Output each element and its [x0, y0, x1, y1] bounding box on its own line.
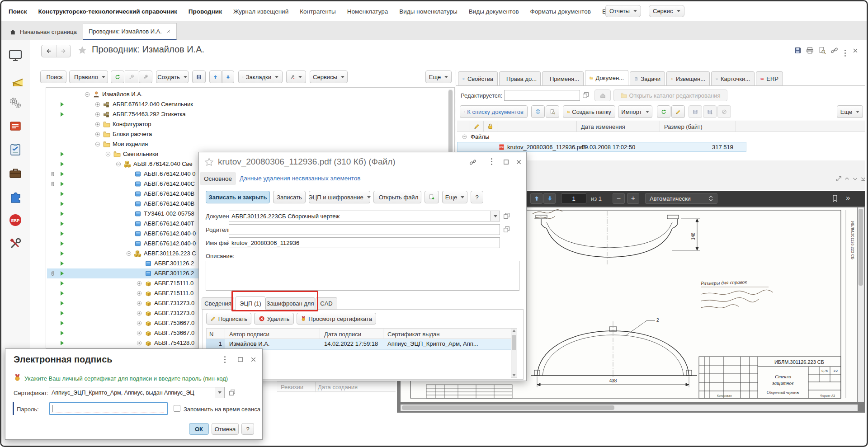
parent-open-button[interactable]	[503, 226, 510, 235]
ok-button[interactable]: ОК	[189, 423, 209, 435]
info-button[interactable]	[531, 105, 545, 118]
plus-expander-icon[interactable]	[136, 330, 142, 336]
menu-item[interactable]: Конструкторско-технологический справочни…	[38, 8, 177, 15]
sign-button[interactable]: Подписать	[206, 313, 251, 325]
link-icon[interactable]	[469, 159, 476, 166]
dialog-more-button[interactable]: Еще	[442, 191, 467, 203]
collapse-all-button[interactable]	[125, 71, 138, 83]
pdf-horizontal-scrollbar-thumb[interactable]	[402, 405, 614, 410]
panel-tab-задачи[interactable]: Задачи	[630, 71, 665, 85]
plus-expander-icon[interactable]	[94, 111, 101, 118]
column-certificate[interactable]: Сертификат выдан	[385, 329, 442, 339]
pdf-horizontal-scrollbar[interactable]	[401, 405, 858, 411]
sidebar-item-settings[interactable]	[7, 94, 24, 111]
plus-expander-icon[interactable]	[94, 131, 101, 137]
pdf-bookmarks-button[interactable]	[831, 194, 839, 205]
favorite-star-icon[interactable]	[204, 157, 214, 167]
minus-expander-icon[interactable]	[126, 250, 132, 257]
editing-copy-button[interactable]	[582, 91, 590, 101]
open-edit-catalog-button[interactable]: Открыть каталог редактирования	[613, 89, 727, 101]
close-icon[interactable]	[166, 29, 171, 33]
document-input[interactable]: АБВГ.301126.223СБ Сборочный чертеж	[229, 211, 491, 221]
sidebar-item-plugins[interactable]	[7, 188, 24, 205]
open-file-button[interactable]: Открыть файл	[373, 191, 421, 203]
close-icon[interactable]	[515, 159, 522, 165]
panel-tab-свойства[interactable]: Свойства	[458, 71, 498, 85]
edit-home-button[interactable]	[594, 89, 611, 101]
sidebar-item-tools[interactable]	[7, 235, 24, 252]
signature-help-button[interactable]: ?	[241, 423, 254, 435]
save-button[interactable]: Записать	[273, 191, 306, 203]
save-file-button[interactable]	[689, 105, 702, 118]
delete-signature-button[interactable]: Удалить	[254, 313, 294, 325]
panel-tab-erp[interactable]: ERP	[756, 71, 783, 85]
certificate-dropdown-button[interactable]	[215, 387, 225, 398]
panel-tab-правадо[interactable]: Права до...	[499, 71, 541, 85]
expand-all-button[interactable]	[139, 71, 152, 83]
plus-expander-icon[interactable]	[136, 310, 142, 316]
preview-file-button[interactable]	[546, 105, 559, 118]
import-button[interactable]: Импорт	[618, 105, 652, 118]
bookmarks-button[interactable]: Закладки	[238, 71, 283, 83]
menu-item[interactable]: Номенклатура	[347, 8, 388, 15]
plus-expander-icon[interactable]	[94, 121, 101, 127]
close-form-icon[interactable]	[852, 47, 859, 54]
create-button[interactable]: Создать	[156, 71, 189, 83]
save-tree-button[interactable]	[192, 71, 206, 83]
tree-more-button[interactable]: Еще	[425, 71, 452, 83]
kebab-icon[interactable]	[224, 356, 226, 358]
maximize-icon[interactable]	[237, 356, 244, 363]
save-icon[interactable]	[794, 47, 802, 54]
tree-row[interactable]: Измайлов И.А.	[46, 89, 454, 99]
tree-row[interactable]: Конфигуратор	[46, 119, 454, 129]
signatures-scrollbar[interactable]	[511, 328, 517, 378]
editing-input[interactable]	[504, 90, 580, 101]
plus-expander-icon[interactable]	[136, 320, 142, 326]
column-sign-date[interactable]: Дата подписи	[321, 329, 364, 339]
refresh-button[interactable]	[111, 71, 124, 83]
to-document-list-button[interactable]: К списку документов	[460, 105, 528, 118]
panel-tab-применя[interactable]: Применя...	[542, 71, 584, 85]
column-n[interactable]: N	[207, 329, 216, 339]
menu-item[interactable]: Поиск	[9, 8, 27, 15]
scroll-up-icon[interactable]	[512, 329, 516, 332]
panel-tab-карточки[interactable]: Карточки...	[711, 71, 755, 85]
pdf-zoom-mode-select[interactable]: Автоматически	[645, 193, 717, 204]
search-button[interactable]: Поиск	[40, 71, 66, 83]
menu-item[interactable]: Журнал извещений	[233, 8, 288, 15]
move-up-button[interactable]	[209, 71, 222, 83]
column-date-modified[interactable]: Дата изменения	[578, 121, 628, 132]
kebab-icon[interactable]	[491, 158, 492, 160]
tree-row[interactable]: Блоки расчета	[46, 129, 454, 139]
menu-item[interactable]: Виды документов	[469, 8, 519, 15]
menu-item[interactable]: Проводник	[189, 8, 222, 15]
plus-expander-icon[interactable]	[94, 101, 101, 108]
help-button[interactable]: ?	[471, 191, 483, 203]
cancel-button[interactable]: Отмена	[212, 423, 239, 435]
link-icon[interactable]	[830, 47, 838, 54]
description-textarea[interactable]	[206, 261, 519, 291]
plus-expander-icon[interactable]	[136, 290, 142, 296]
tree-row[interactable]: АБВГ.754463.292 Этикетка	[46, 109, 454, 119]
plus-expander-icon[interactable]	[136, 280, 142, 287]
file-dialog-tab[interactable]: ЭЦП (1)	[236, 296, 265, 310]
column-size[interactable]: Размер (байт)	[661, 121, 705, 132]
pdf-zoom-in-button[interactable]: +	[627, 193, 639, 204]
plus-expander-icon[interactable]	[136, 300, 142, 306]
tools-button[interactable]	[286, 71, 306, 83]
preview-icon[interactable]	[818, 47, 826, 54]
services-button[interactable]: Сервисы	[310, 71, 348, 83]
sidebar-item-desktop[interactable]	[7, 47, 24, 64]
certificate-input[interactable]: Аппиус_ЭЦП_Крипто_Арм, Аппиус, выдан Апп…	[49, 387, 215, 398]
pdf-vertical-scrollbar-thumb[interactable]	[859, 209, 863, 286]
preview-expand-button[interactable]	[835, 175, 842, 182]
minus-expander-icon[interactable]	[462, 134, 467, 140]
menu-item[interactable]: Виды номенклатуры	[399, 8, 457, 15]
file-dialog-tab[interactable]: Зашифрован для	[265, 297, 315, 310]
minus-expander-icon[interactable]	[105, 151, 111, 157]
pdf-vertical-scrollbar[interactable]	[858, 207, 864, 402]
tree-row[interactable]: Мои изделия	[46, 139, 454, 149]
sidebar-item-library[interactable]	[7, 118, 24, 134]
preview-up-button[interactable]	[843, 175, 850, 182]
save-and-close-button[interactable]: Записать и закрыть	[206, 191, 270, 203]
